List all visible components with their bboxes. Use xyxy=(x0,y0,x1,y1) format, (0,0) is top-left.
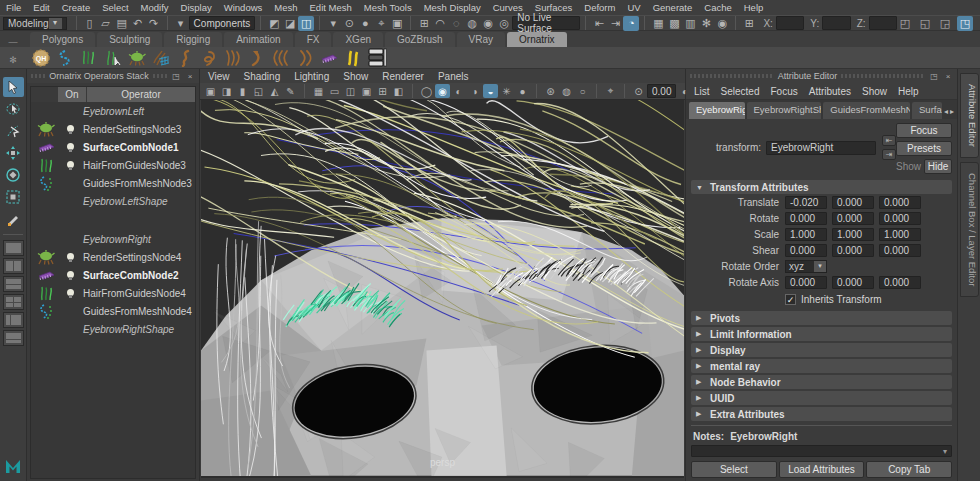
tab-scroll-right-icon[interactable]: ▸ xyxy=(950,107,954,116)
undock-icon[interactable]: ◳ xyxy=(929,71,939,81)
rotate-axis-z-field[interactable]: 0.000 xyxy=(879,276,921,289)
vp-menu-panels[interactable]: Panels xyxy=(438,71,469,82)
section-pivots[interactable]: ▶ Pivots xyxy=(691,311,952,325)
menu-select[interactable]: Select xyxy=(102,2,128,13)
inherits-transform-checkbox[interactable]: ✓ xyxy=(785,294,796,305)
wireframe-icon[interactable]: ◯ xyxy=(419,84,434,98)
select-tool[interactable] xyxy=(3,77,24,97)
image-plane-icon[interactable]: ◱ xyxy=(251,84,266,98)
hide-button[interactable]: Hide xyxy=(924,159,952,174)
shear-y-field[interactable]: 0.000 xyxy=(832,244,874,257)
field-chart-icon[interactable]: ⊞ xyxy=(375,84,390,98)
shelf-menu-icon[interactable]: — xyxy=(9,37,18,47)
render-settings-icon[interactable]: ✻ xyxy=(698,16,714,31)
shelf-tab-polygons[interactable]: Polygons xyxy=(30,32,95,47)
node-enabled-toggle[interactable] xyxy=(57,125,83,134)
construction-history-icon[interactable]: ◔ xyxy=(623,16,639,31)
translate-x-field[interactable]: -0.020 xyxy=(785,196,827,209)
shelf-tab-gozbrush[interactable]: GoZBrush xyxy=(385,32,455,47)
shelf-curve-arrow-button[interactable] xyxy=(246,48,267,68)
translate-z-field[interactable]: 0.000 xyxy=(879,196,921,209)
ae-menu-focus[interactable]: Focus xyxy=(770,86,797,97)
operator-row-rendersettingsnode3[interactable]: RenderSettingsNode3 xyxy=(31,120,195,138)
section-mental-ray[interactable]: ▶ mental ray xyxy=(691,359,952,373)
select-camera-icon[interactable]: ▣ xyxy=(203,84,218,98)
menu-file[interactable]: File xyxy=(6,2,21,13)
scale-x-field[interactable]: 1.000 xyxy=(785,228,827,241)
vp-menu-shading[interactable]: Shading xyxy=(244,71,281,82)
shelf-frizz-button[interactable] xyxy=(270,48,291,68)
close-icon[interactable]: × xyxy=(943,71,953,81)
film-gate-icon[interactable]: ▭ xyxy=(327,84,342,98)
menu-windows[interactable]: Windows xyxy=(224,2,263,13)
shelf-tab-fx[interactable]: FX xyxy=(295,32,332,47)
layout-two-pane-stacked-button[interactable] xyxy=(3,276,24,292)
group-row-eyebrownleft[interactable]: EyebrownLeft xyxy=(31,102,195,120)
shaded-icon[interactable]: ◉ xyxy=(435,84,450,98)
snap-view-plane-icon[interactable]: ◉ xyxy=(480,16,496,31)
menu-help[interactable]: Help xyxy=(744,2,764,13)
shelf-tab-rigging[interactable]: Rigging xyxy=(164,32,222,47)
rotate-axis-x-field[interactable]: 0.000 xyxy=(785,276,827,289)
menu-create[interactable]: Create xyxy=(62,2,91,13)
shelf-mesh-from-strands-button[interactable] xyxy=(150,48,171,68)
safe-action-icon[interactable]: ◧ xyxy=(391,84,406,98)
shelf-gear-icon[interactable]: ✻ xyxy=(9,55,17,65)
undock-icon[interactable]: ◳ xyxy=(171,71,181,81)
menu-set-selector[interactable]: Modeling ▾ xyxy=(3,17,67,30)
attribute-editor-side-tab[interactable]: Attribute Editor xyxy=(960,73,979,158)
shelf-tab-ornatrix[interactable]: Ornatrix xyxy=(507,32,567,47)
shelf-strand-fan-button[interactable] xyxy=(222,48,243,68)
menu-mesh[interactable]: Mesh xyxy=(274,2,297,13)
input-connections-icon[interactable]: ⇤ xyxy=(591,16,607,31)
drag-handle[interactable] xyxy=(31,74,45,78)
operator-row-rendersettingsnode4[interactable]: RenderSettingsNode4 xyxy=(31,248,195,266)
ae-titlebar[interactable]: Attribute Editor ◳ × xyxy=(686,69,957,83)
menu-edit-mesh[interactable]: Edit Mesh xyxy=(310,2,352,13)
shadows-icon[interactable]: ✳ xyxy=(499,84,514,98)
lasso-select-tool[interactable] xyxy=(3,99,24,119)
soft-select-icon[interactable]: ● xyxy=(357,16,373,31)
operator-row-hairfromguidesnode3[interactable]: HairFromGuidesNode3 xyxy=(31,156,195,174)
save-scene-icon[interactable]: ▤ xyxy=(114,16,130,31)
scale-tool[interactable] xyxy=(3,187,24,207)
channel-box-side-tab[interactable]: Channel Box / Layer Editor xyxy=(960,162,979,298)
last-tool-used[interactable] xyxy=(3,209,24,229)
select-button[interactable]: Select xyxy=(691,461,777,478)
render-frame-icon[interactable]: ▦ xyxy=(650,16,666,31)
ae-tab-eyebrowright[interactable]: EyebrowRight xyxy=(689,102,745,119)
shelf-hair-from-guides-button[interactable] xyxy=(78,48,99,68)
close-icon[interactable]: × xyxy=(185,71,195,81)
menu-display[interactable]: Display xyxy=(181,2,212,13)
textured-icon[interactable]: ◑ xyxy=(467,84,482,98)
snap-grid-icon[interactable]: ⊞ xyxy=(416,16,432,31)
ae-menu-show[interactable]: Show xyxy=(862,86,887,97)
node-enabled-toggle[interactable] xyxy=(57,143,83,152)
vp-menu-renderer[interactable]: Renderer xyxy=(382,71,424,82)
rotate-tool[interactable] xyxy=(3,165,24,185)
viewport-canvas[interactable]: persp xyxy=(201,100,684,478)
paint-select-tool[interactable] xyxy=(3,121,24,141)
xray-joints-icon[interactable]: ○ xyxy=(575,84,590,98)
layout-persp-graph-button[interactable] xyxy=(3,330,24,346)
group-row-eyebrownright[interactable]: EyebrownRight xyxy=(31,230,195,248)
workspace-toggle-attribute-editor-icon[interactable]: ◳ xyxy=(957,16,973,31)
shape-row-eyebrowrightshape[interactable]: EyebrowRightShape xyxy=(31,320,195,338)
operator-row-surfacecombnode1[interactable]: SurfaceCombNode1 xyxy=(31,138,195,156)
rotate-y-field[interactable]: 0.000 xyxy=(832,212,874,225)
workspace-toggle-channel-box-icon[interactable]: ◲ xyxy=(937,16,953,31)
ae-tab-eyebrowrightshape[interactable]: EyebrowRightShape xyxy=(747,102,822,119)
menu-uv[interactable]: UV xyxy=(627,2,640,13)
vp-menu-view[interactable]: View xyxy=(208,71,230,82)
snap-point-icon[interactable]: ◌ xyxy=(448,16,464,31)
output-connection-icon[interactable]: ⇥ xyxy=(882,149,896,160)
copy-tab-button[interactable]: Copy Tab xyxy=(866,461,952,478)
menu-generate[interactable]: Generate xyxy=(653,2,693,13)
shelf-tab-vray[interactable]: VRay xyxy=(457,32,505,47)
transform-name-field[interactable]: EyebrowRight xyxy=(766,141,876,155)
menu-mesh-display[interactable]: Mesh Display xyxy=(424,2,481,13)
bookmark-icon[interactable]: ▮ xyxy=(235,84,250,98)
snap-curve-icon[interactable]: ◠ xyxy=(432,16,448,31)
menu-cache[interactable]: Cache xyxy=(704,2,731,13)
shelf-lasso-button[interactable] xyxy=(198,48,219,68)
